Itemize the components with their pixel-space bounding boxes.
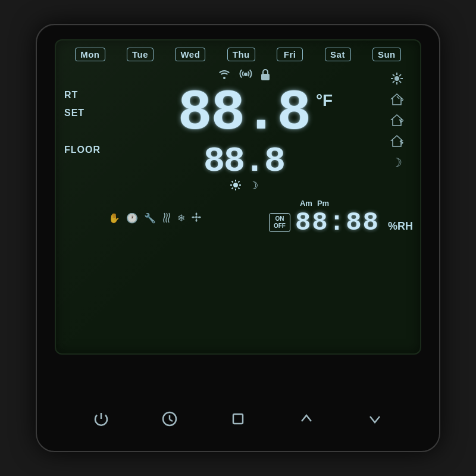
fan-icon — [191, 212, 202, 225]
control-buttons — [55, 403, 421, 434]
day-sat[interactable]: Sat — [325, 48, 351, 61]
svg-line-7 — [238, 187, 239, 189]
right-mode-icons: ☽ — [382, 66, 412, 237]
clock-schedule-icon: 🕐 — [126, 212, 138, 224]
rt-label: RT — [64, 90, 106, 101]
main-temperature-value: 88.8 — [178, 85, 310, 142]
floor-display-row: 88.8 %RH — [203, 143, 284, 179]
up-button[interactable] — [291, 403, 322, 434]
svg-line-17 — [399, 81, 401, 83]
ampm-labels: Am Pm — [269, 199, 329, 208]
power-button[interactable] — [86, 403, 117, 434]
clock-display-row: ON OFF 88:88 — [269, 208, 380, 237]
left-labels: RT SET FLOOR — [64, 66, 106, 237]
floor-label: FLOOR — [64, 145, 106, 155]
off-label: OFF — [274, 223, 286, 230]
home-up-icon — [390, 93, 403, 109]
svg-point-10 — [195, 216, 198, 218]
moon-icon-right: ☽ — [392, 155, 402, 170]
moon-mode-icon: ☽ — [249, 179, 258, 194]
on-label: ON — [275, 215, 284, 223]
am-label: Am — [300, 199, 312, 208]
thermostat-device: Mon Tue Wed Thu Fri Sat Sun RT SET FLOOR — [36, 24, 440, 452]
down-button[interactable] — [359, 403, 390, 434]
svg-line-8 — [232, 187, 233, 189]
heat-icon — [162, 212, 171, 225]
svg-rect-0 — [261, 74, 270, 80]
sun-mode-icon — [230, 179, 242, 194]
main-temp-display: 88.8 °F — [178, 85, 310, 142]
day-thu[interactable]: Thu — [227, 48, 255, 61]
main-display-area: RT SET FLOOR — [64, 66, 412, 237]
day-row: Mon Tue Wed Thu Fri Sat Sun — [64, 48, 412, 61]
day-tue[interactable]: Tue — [127, 48, 154, 61]
clock-display: 88:88 — [295, 208, 380, 237]
snowflake-icon: ❄ — [177, 212, 185, 224]
home-out-icon — [390, 134, 403, 151]
sun-icon-right — [390, 72, 403, 88]
day-fri[interactable]: Fri — [277, 48, 303, 61]
svg-line-9 — [238, 181, 239, 183]
humidity-unit: %RH — [388, 220, 413, 233]
on-off-indicator: ON OFF — [269, 213, 290, 232]
clock-area: Am Pm ON OFF 88:88 — [269, 199, 380, 237]
svg-line-18 — [393, 81, 394, 83]
center-display: 88.8 °F 88.8 %RH — [106, 66, 382, 237]
day-sun[interactable]: Sun — [372, 48, 401, 61]
pm-label: Pm — [317, 199, 329, 208]
svg-line-16 — [393, 74, 394, 76]
bottom-status-bar: ✋ 🕐 🔧 ❄ — [106, 199, 382, 237]
svg-rect-26 — [233, 414, 243, 424]
svg-point-11 — [394, 76, 399, 81]
stop-button[interactable] — [223, 403, 253, 434]
floor-temperature-value: 88.8 — [203, 143, 284, 179]
clock-button[interactable] — [154, 403, 185, 434]
svg-line-25 — [170, 419, 173, 421]
function-icons: ✋ 🕐 🔧 ❄ — [108, 212, 202, 225]
hand-icon: ✋ — [108, 212, 120, 224]
day-wed[interactable]: Wed — [175, 48, 205, 61]
svg-line-6 — [232, 181, 233, 183]
svg-line-20 — [402, 99, 403, 101]
wrench-icon: 🔧 — [144, 212, 156, 224]
mode-icons-row: ☽ — [230, 179, 258, 194]
svg-point-1 — [233, 183, 238, 187]
set-label: SET — [64, 108, 106, 118]
svg-line-19 — [399, 74, 401, 76]
lcd-screen: Mon Tue Wed Thu Fri Sat Sun RT SET FLOOR — [55, 39, 421, 355]
home-in-icon — [390, 114, 403, 130]
temperature-unit: °F — [316, 91, 333, 110]
day-mon[interactable]: Mon — [75, 48, 105, 61]
